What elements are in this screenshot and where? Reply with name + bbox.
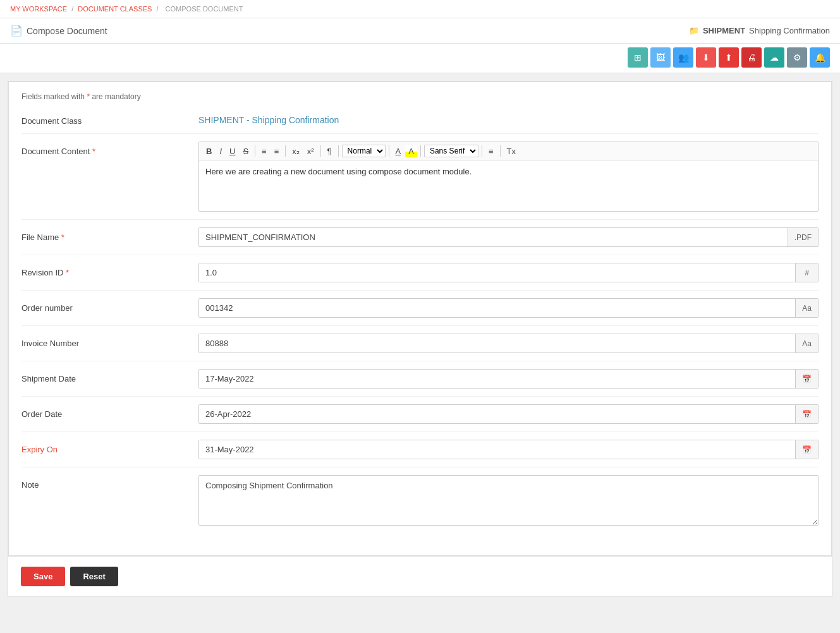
order-date-input[interactable] — [199, 405, 795, 423]
expiry-on-input[interactable] — [199, 440, 795, 459]
shipment-date-row: Shipment Date 📅 — [21, 369, 819, 397]
shipment-date-input-group: 📅 — [198, 369, 819, 389]
header-right: 📁 SHIPMENT Shipping Confirmation — [689, 26, 830, 35]
toolbar-divider-6 — [420, 145, 421, 157]
note-row: Note Composing Shipment Confirmation — [21, 475, 819, 535]
editor-content[interactable]: Here we are creating a new document usin… — [199, 160, 818, 211]
file-name-input-group: .PDF — [198, 227, 819, 247]
clear-format-btn[interactable]: Tx — [504, 145, 519, 157]
breadcrumb-current: COMPOSE DOCUMENT — [166, 5, 243, 13]
breadcrumb: MY WORKSPACE / DOCUMENT CLASSES / COMPOS… — [0, 0, 840, 18]
document-class-row: Document Class SHIPMENT - Shipping Confi… — [21, 111, 819, 134]
invoice-number-label: Invoice Number — [21, 334, 198, 348]
expiry-on-row: Expiry On 📅 — [21, 440, 819, 467]
toolbar-download-btn[interactable]: ⬇ — [696, 47, 716, 68]
italic-btn[interactable]: I — [216, 145, 225, 157]
header-doc-class-sub: Shipping Confirmation — [749, 26, 830, 35]
revision-id-label: Revision ID * — [21, 263, 198, 277]
toolbar-settings-btn[interactable]: ⚙ — [787, 47, 807, 68]
order-number-input-group: Aa — [198, 298, 819, 318]
toolbar-grid-btn[interactable]: ⊞ — [628, 47, 648, 68]
indent-btn[interactable]: ¶ — [324, 145, 335, 157]
expiry-on-calendar-icon[interactable]: 📅 — [795, 440, 818, 459]
document-class-value: SHIPMENT - Shipping Confirmation — [198, 111, 819, 125]
toolbar-divider-5 — [389, 145, 389, 157]
compose-doc-icon: 📄 — [10, 25, 23, 37]
toolbar-print-btn[interactable]: 🖨 — [741, 47, 762, 68]
superscript-btn[interactable]: x² — [304, 145, 317, 157]
invoice-number-input-group: Aa — [198, 334, 819, 353]
order-number-row: Order number Aa — [21, 298, 819, 326]
revision-id-input-group: # — [198, 263, 819, 282]
page-title-area: 📄 Compose Document — [10, 25, 107, 37]
toolbar-divider-7 — [482, 145, 482, 157]
strikethrough-btn[interactable]: S — [240, 145, 252, 157]
editor-toolbar: B I U S ≡ ≡ x₂ x² ¶ — [199, 142, 818, 160]
toolbar: ⊞ 🖼 👥 ⬇ ⬆ 🖨 ☁ ⚙ 🔔 — [0, 44, 840, 73]
invoice-number-row: Invoice Number Aa — [21, 334, 819, 361]
folder-icon: 📁 — [689, 26, 699, 35]
order-date-input-group: 📅 — [198, 404, 819, 424]
file-name-row: File Name * .PDF — [21, 227, 819, 255]
toolbar-divider-1 — [255, 145, 255, 157]
invoice-number-input[interactable] — [199, 334, 795, 353]
header-bar: 📄 Compose Document 📁 SHIPMENT Shipping C… — [0, 18, 840, 44]
unordered-list-btn[interactable]: ≡ — [271, 145, 283, 157]
expiry-on-label: Expiry On — [21, 440, 198, 454]
revision-id-row: Revision ID * # — [21, 263, 819, 291]
toolbar-cloud-btn[interactable]: ☁ — [764, 47, 784, 68]
file-name-input[interactable] — [199, 228, 788, 246]
document-content-label: Document Content * — [21, 142, 198, 156]
page-title: Compose Document — [27, 26, 107, 36]
expiry-on-input-group: 📅 — [198, 440, 819, 459]
file-name-label: File Name * — [21, 227, 198, 242]
breadcrumb-doc-classes[interactable]: DOCUMENT CLASSES — [78, 5, 152, 13]
header-doc-class-label: SHIPMENT — [703, 26, 745, 35]
toolbar-divider-4 — [338, 145, 339, 157]
font-color-btn[interactable]: A — [393, 145, 405, 157]
shipment-date-input[interactable] — [199, 370, 795, 388]
shipment-date-label: Shipment Date — [21, 369, 198, 383]
editor-wrapper: B I U S ≡ ≡ x₂ x² ¶ — [198, 142, 819, 212]
font-family-select[interactable]: Sans Serif — [424, 145, 478, 157]
toolbar-divider-8 — [500, 145, 501, 157]
order-date-row: Order Date 📅 — [21, 404, 819, 432]
revision-id-input[interactable] — [199, 263, 795, 282]
subscript-btn[interactable]: x₂ — [289, 145, 303, 157]
document-content-row: Document Content * B I U S ≡ ≡ — [21, 142, 819, 220]
style-select[interactable]: Normal — [342, 145, 386, 157]
toolbar-upload-btn[interactable]: ⬆ — [719, 47, 739, 68]
toolbar-divider-2 — [285, 145, 286, 157]
save-button[interactable]: Save — [21, 567, 65, 586]
underline-btn[interactable]: U — [226, 145, 238, 157]
revision-id-suffix: # — [795, 263, 818, 282]
bold-btn[interactable]: B — [203, 145, 215, 157]
toolbar-users-btn[interactable]: 👥 — [673, 47, 693, 68]
file-name-suffix: .PDF — [788, 228, 818, 246]
invoice-number-suffix: Aa — [795, 334, 818, 353]
toolbar-divider-3 — [320, 145, 321, 157]
order-number-suffix: Aa — [795, 299, 818, 317]
mandatory-note: Fields marked with * are mandatory — [21, 92, 819, 101]
document-class-label: Document Class — [21, 111, 198, 126]
order-date-label: Order Date — [21, 404, 198, 419]
font-highlight-btn[interactable]: A — [405, 145, 417, 157]
breadcrumb-workspace[interactable]: MY WORKSPACE — [10, 5, 67, 13]
order-date-calendar-icon[interactable]: 📅 — [795, 405, 818, 423]
order-number-label: Order number — [21, 298, 198, 313]
note-label: Note — [21, 475, 198, 490]
toolbar-image-btn[interactable]: 🖼 — [650, 47, 671, 68]
ordered-list-btn[interactable]: ≡ — [259, 145, 270, 157]
action-bar: Save Reset — [8, 556, 832, 596]
reset-button[interactable]: Reset — [70, 567, 118, 586]
note-textarea[interactable]: Composing Shipment Confirmation — [198, 475, 819, 526]
order-number-input[interactable] — [199, 299, 795, 317]
align-btn[interactable]: ≡ — [485, 145, 497, 157]
toolbar-bell-btn[interactable]: 🔔 — [810, 47, 830, 68]
shipment-date-calendar-icon[interactable]: 📅 — [795, 370, 818, 388]
